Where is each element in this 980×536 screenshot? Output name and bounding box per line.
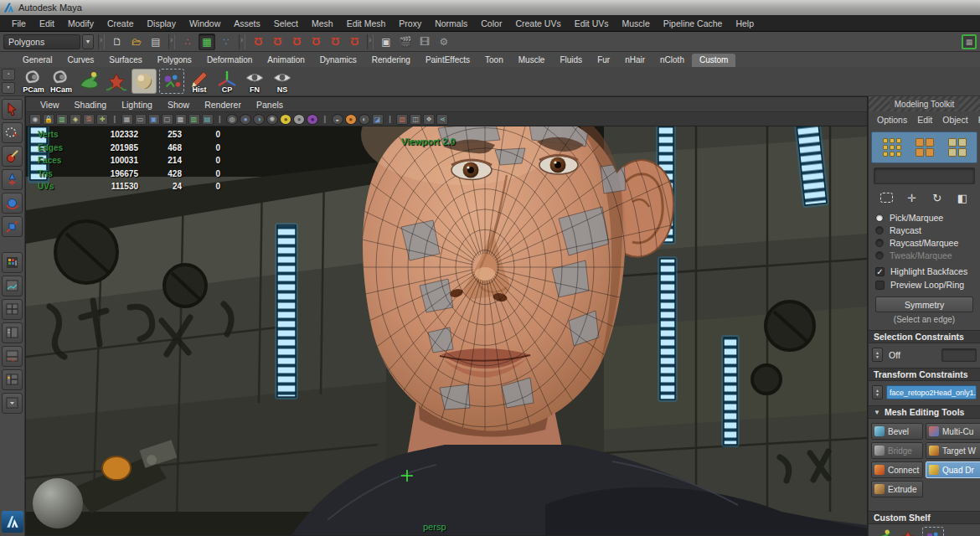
vp-menu-view[interactable]: View <box>33 100 67 110</box>
bevel-button[interactable]: Bevel <box>871 423 923 440</box>
field-chart-icon[interactable]: ▩ <box>175 114 187 125</box>
menu-edit[interactable]: Edit <box>33 18 61 28</box>
save-scene-icon[interactable]: ▤ <box>147 34 164 50</box>
transform-constraints-header[interactable]: Transform Constraints <box>869 368 980 381</box>
depth-of-field-icon[interactable]: ◐ <box>358 114 370 125</box>
plugin-shading-icon[interactable]: ◫ <box>410 114 421 125</box>
resolution-gate-icon[interactable]: ▣ <box>148 114 160 125</box>
symmetry-button[interactable]: Symmetry <box>875 296 973 312</box>
shadows-icon[interactable]: ● <box>293 114 305 125</box>
radio-raycast[interactable]: Raycast <box>875 224 973 236</box>
shelf-tab-polygons[interactable]: Polygons <box>150 54 199 67</box>
menu-display[interactable]: Display <box>140 18 182 28</box>
shelf-tab-dynamics[interactable]: Dynamics <box>312 54 364 67</box>
gate-mask-icon[interactable]: ▢ <box>162 114 173 125</box>
menu-proxy[interactable]: Proxy <box>392 18 428 28</box>
menu-pipeline-cache[interactable]: Pipeline Cache <box>657 18 730 28</box>
grid-icon[interactable]: ▦ <box>121 114 133 125</box>
open-scene-icon[interactable]: 🗁 <box>128 34 145 50</box>
modeling-toolkit-titlebar[interactable]: Modeling Toolkit <box>869 96 980 111</box>
shelf-tab-ncloth[interactable]: nCloth <box>652 54 692 67</box>
check-preview-loop-ring[interactable]: Preview Loop/Ring <box>875 278 973 291</box>
select-tool-icon[interactable] <box>2 99 23 120</box>
move-tool-icon[interactable] <box>2 169 23 190</box>
menu-create-uvs[interactable]: Create UVs <box>508 18 567 28</box>
shelf-item-cp[interactable]: CP <box>214 69 240 94</box>
last-tool-used-icon[interactable] <box>2 252 23 273</box>
transform-constraint-value[interactable]: face_retopo2Head_only1.Me <box>886 385 977 399</box>
shelf-tab-surfaces[interactable]: Surfaces <box>101 54 149 67</box>
render-current-frame-icon[interactable]: 🎬 <box>397 34 414 50</box>
shelf-item-hist[interactable]: Hist <box>187 69 212 94</box>
shelf-item-selection-set[interactable] <box>159 69 184 94</box>
use-all-lights-icon[interactable]: ✺ <box>266 114 278 125</box>
snap-view-plane-icon[interactable]: Ω <box>327 34 343 50</box>
layout-dropdown-icon[interactable] <box>2 393 23 414</box>
shelf-tab-fur[interactable]: Fur <box>590 54 617 67</box>
statusline-separator[interactable] <box>367 34 374 49</box>
layout-single-pane-icon[interactable] <box>2 276 23 296</box>
statusline-separator[interactable] <box>239 34 245 49</box>
quad-draw-button[interactable]: Quad Dr <box>926 461 980 478</box>
custom-shelf-flower-icon[interactable] <box>897 527 919 536</box>
mesh-editing-tools-header[interactable]: ▼ Mesh Editing Tools <box>869 405 980 419</box>
snap-grid-icon[interactable]: Ω <box>250 34 266 50</box>
shelf-tab-custom[interactable]: Custom <box>692 54 735 67</box>
select-component-icon[interactable]: ∵ <box>218 34 235 50</box>
face-mode-icon[interactable] <box>946 136 969 159</box>
render-view-icon[interactable]: ▣ <box>378 34 395 50</box>
custom-shelf-hand-icon[interactable] <box>872 527 894 536</box>
snap-point-icon[interactable]: Ω <box>288 34 305 50</box>
selection-constraints-header[interactable]: Selection Constraints <box>869 330 980 343</box>
image-plane-icon[interactable]: 🖻 <box>83 114 95 125</box>
connect-button[interactable]: Connect <box>871 461 923 478</box>
vp-menu-show[interactable]: Show <box>160 100 197 110</box>
motion-blur-icon[interactable]: ◒ <box>332 114 343 125</box>
radio-tweak-marquee[interactable]: Tweak/Marquee <box>875 249 973 261</box>
menu-help[interactable]: Help <box>729 18 761 28</box>
multi-cut-button[interactable]: Multi-Cu <box>926 423 980 440</box>
lock-camera-icon[interactable]: 🔒 <box>43 114 54 125</box>
constraint-spinner-icon[interactable]: ▲▼ <box>872 385 883 399</box>
safe-action-icon[interactable]: ▥ <box>188 114 200 125</box>
ipr-render-icon[interactable]: 🎞 <box>416 34 433 50</box>
radio-pick-marquee[interactable]: Pick/Marquee <box>875 211 973 224</box>
menu-normals[interactable]: Normals <box>428 18 474 28</box>
lasso-select-tool-icon[interactable] <box>2 122 23 143</box>
shelf-tab-curves[interactable]: Curves <box>60 54 102 67</box>
radio-raycast-marquee[interactable]: Raycast/Marquee <box>875 236 973 249</box>
shelf-item-ns[interactable]: NS <box>270 69 295 94</box>
ambient-occlusion-icon[interactable]: ● <box>307 114 318 125</box>
vp-menu-renderer[interactable]: Renderer <box>197 100 249 110</box>
layout-persp-outliner-icon[interactable] <box>2 322 23 343</box>
shelf-menu-widget[interactable]: ▪▾ <box>2 69 15 94</box>
shelf-tab-general[interactable]: General <box>15 54 60 67</box>
isolate-select-icon[interactable]: ▧ <box>396 114 408 125</box>
viewport-renderer-icon[interactable]: ❖ <box>423 114 435 125</box>
mtk-menu-edit[interactable]: Edit <box>912 115 937 125</box>
menu-edit-mesh[interactable]: Edit Mesh <box>340 18 393 28</box>
marquee-select-icon[interactable] <box>877 189 895 206</box>
scale-tool-icon[interactable] <box>2 216 23 237</box>
paint-select-tool-icon[interactable] <box>2 146 23 167</box>
selection-constraint-value[interactable]: Off <box>886 350 938 360</box>
camera-attributes-icon[interactable]: ▥ <box>56 114 68 125</box>
shelf-tab-fluids[interactable]: Fluids <box>552 54 590 67</box>
share-view-icon[interactable]: ⋖ <box>436 114 448 125</box>
two-d-pan-zoom-icon[interactable]: ✛ <box>96 114 108 125</box>
shelf-item-sphere-material[interactable] <box>132 69 157 94</box>
mtk-menu-help[interactable]: Help <box>973 115 980 125</box>
mtk-menu-options[interactable]: Options <box>872 115 912 125</box>
new-scene-icon[interactable]: 🗋 <box>109 34 126 50</box>
shelf-item-hand-tool[interactable] <box>76 69 101 94</box>
bridge-button[interactable]: Bridge <box>871 442 923 459</box>
menu-modify[interactable]: Modify <box>61 18 101 28</box>
shelf-item-paint-fx[interactable] <box>104 69 129 94</box>
snap-live-surface-icon[interactable]: Ω <box>346 34 363 50</box>
snap-curve-icon[interactable]: Ω <box>269 34 286 50</box>
film-gate-icon[interactable]: ▭ <box>135 114 147 125</box>
menu-window[interactable]: Window <box>183 18 227 28</box>
extrude-button[interactable]: Extrude <box>871 481 923 497</box>
target-weld-button[interactable]: Target W <box>926 442 980 459</box>
menu-file[interactable]: File <box>5 18 33 28</box>
